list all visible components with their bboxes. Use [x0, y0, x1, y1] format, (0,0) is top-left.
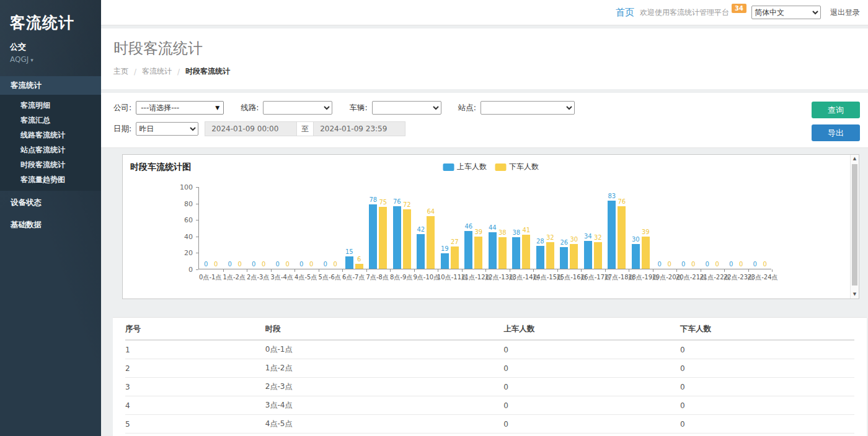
x-axis-tick — [724, 269, 725, 272]
table-cell: 2点-3点 — [265, 378, 504, 396]
sidebar-subitem-1[interactable]: 客流汇总 — [0, 113, 101, 128]
y-axis-tick-label: 80 — [184, 199, 193, 207]
scroll-down-icon[interactable]: ▼ — [851, 290, 859, 299]
sidebar-item-basic-data[interactable]: 基础数据 — [0, 216, 101, 234]
query-button[interactable]: 查询 — [812, 102, 860, 118]
legend-label: 下车人数 — [509, 162, 539, 172]
bar-value-label: 83 — [608, 193, 616, 200]
page-title: 时段客流统计 — [113, 38, 868, 58]
下车人数-bar — [594, 242, 602, 269]
sidebar-subitem-3[interactable]: 站点客流统计 — [0, 142, 101, 157]
legend-item-1[interactable]: 下车人数 — [495, 162, 539, 172]
brand-subtitle: 公交 — [10, 41, 91, 53]
上车人数-bar — [369, 204, 377, 269]
bar-value-label: 0 — [715, 261, 719, 268]
sidebar-subitem-4[interactable]: 时段客流统计 — [0, 157, 101, 172]
chart-panel: 时段车流统计图 上车人数下车人数 100806040200 0000000000… — [122, 154, 859, 299]
bar-column: 0 — [665, 261, 673, 269]
chart-scrollbar[interactable]: ▲ ▼ — [850, 155, 859, 299]
下车人数-bar — [427, 216, 435, 269]
main-area: 首页 欢迎使用客流统计管理平台 34 简体中文 退出登录 时段客流统计 主页 /… — [101, 0, 868, 436]
line-select[interactable] — [263, 101, 332, 115]
bar-column: 15 — [345, 248, 353, 269]
bar-value-label: 64 — [427, 208, 435, 216]
bar-column: 0 — [250, 261, 258, 269]
bar-value-label: 6 — [357, 256, 361, 263]
sidebar-subitem-0[interactable]: 客流明细 — [0, 98, 101, 113]
sidebar-subitem-5[interactable]: 客流量趋势图 — [0, 172, 101, 187]
scroll-up-icon[interactable]: ▲ — [851, 155, 859, 163]
x-axis-tick-label: 5点-6点 — [318, 273, 342, 282]
x-axis-tick — [438, 269, 438, 272]
date-end-input[interactable] — [314, 121, 405, 136]
sidebar-subitem-2[interactable]: 线路客流统计 — [0, 128, 101, 142]
bar-value-label: 0 — [334, 261, 337, 268]
上车人数-bar — [393, 206, 401, 269]
table-cell: 0 — [503, 434, 680, 436]
table-cell: 0 — [680, 359, 854, 378]
export-button[interactable]: 导出 — [812, 124, 860, 141]
bar-column: 6 — [355, 256, 363, 269]
bar-group-12: 4438 — [485, 187, 510, 269]
上车人数-bar — [441, 253, 449, 269]
bar-value-label: 42 — [417, 226, 425, 233]
date-start-input[interactable] — [205, 121, 296, 136]
bar-column: 0 — [703, 261, 711, 269]
bar-value-label: 76 — [393, 198, 401, 206]
table-row-4: 43点-4点00 — [125, 396, 854, 415]
legend-item-0[interactable]: 上车人数 — [443, 162, 487, 172]
table-cell: 0 — [503, 396, 680, 415]
bar-group-1: 00 — [223, 187, 247, 269]
bar-group-5: 00 — [319, 187, 343, 269]
org-dropdown[interactable]: AQGJ▾ — [10, 55, 91, 64]
logout-link[interactable]: 退出登录 — [830, 7, 860, 18]
bar-column: 0 — [308, 261, 316, 269]
bar-value-label: 0 — [668, 261, 671, 268]
home-link[interactable]: 首页 — [616, 7, 634, 19]
bar-group-18: 3039 — [629, 187, 653, 269]
company-select[interactable]: ---请选择--- ▼ — [136, 101, 224, 115]
bar-column: 0 — [273, 261, 281, 269]
sidebar-item-device-status[interactable]: 设备状态 — [0, 193, 101, 212]
bar-value-label: 26 — [560, 239, 568, 246]
table-cell: 3点-4点 — [265, 396, 504, 415]
bar-group-3: 00 — [271, 187, 295, 269]
scrollbar-thumb[interactable] — [852, 164, 857, 286]
caret-down-icon: ▾ — [30, 57, 33, 63]
table-header-cell: 序号 — [125, 318, 265, 340]
app-title: 客流统计 — [10, 12, 91, 33]
table-cell: 0 — [503, 415, 680, 434]
breadcrumb-passenger-stats[interactable]: 客流统计 — [142, 66, 172, 77]
bar-value-label: 0 — [753, 261, 757, 268]
table-cell: 0 — [503, 359, 680, 378]
sidebar: 客流统计 公交 AQGJ▾ 客流统计 客流明细客流汇总线路客流统计站点客流统计时… — [0, 0, 101, 436]
bar-column: 0 — [331, 261, 339, 269]
date-preset-select[interactable]: 昨日 — [136, 122, 198, 136]
bar-column: 42 — [417, 226, 425, 269]
x-axis-tick — [605, 269, 606, 272]
上车人数-bar — [512, 237, 520, 269]
x-axis-tick-label: 17点-18点 — [604, 273, 629, 282]
bar-column: 0 — [727, 261, 735, 269]
notification-badge[interactable]: 34 — [732, 4, 746, 13]
bar-group-8: 7672 — [390, 187, 414, 269]
x-axis-tick-label: 18点-19点 — [628, 273, 652, 282]
sidebar-section-passenger-stats[interactable]: 客流统计 — [0, 76, 101, 95]
x-axis-tick-label: 12点-13点 — [485, 273, 509, 282]
vehicle-select[interactable] — [372, 101, 441, 115]
x-axis-tick-label: 14点-15点 — [533, 273, 557, 282]
bar-value-label: 44 — [489, 224, 497, 232]
breadcrumb-home[interactable]: 主页 — [113, 66, 128, 77]
station-select[interactable] — [480, 101, 575, 115]
bar-column: 0 — [226, 261, 234, 269]
bar-column: 0 — [713, 261, 721, 269]
table-cell: 0 — [503, 340, 680, 359]
y-axis: 100806040200 — [148, 187, 198, 269]
bar-value-label: 0 — [763, 261, 767, 268]
language-select[interactable]: 简体中文 — [751, 6, 821, 19]
bar-column: 0 — [260, 261, 268, 269]
bar-group-9: 4264 — [414, 187, 438, 269]
table-cell: 0点-1点 — [265, 340, 504, 359]
line-label: 线路: — [241, 103, 259, 113]
x-axis-tick-label: 19点-20点 — [652, 273, 676, 282]
